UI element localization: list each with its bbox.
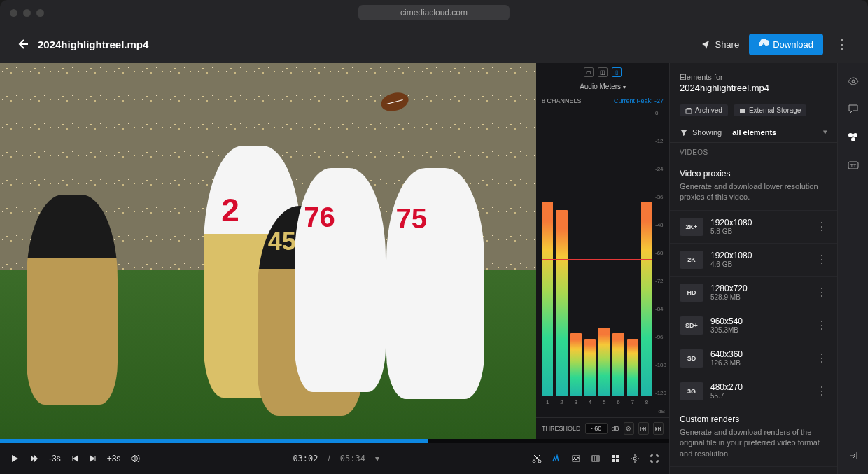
proxy-badge: 2K — [680, 251, 704, 269]
db-unit-small: dB — [612, 425, 620, 432]
proxy-badge: 2K+ — [680, 218, 704, 236]
page-header: 2024highlightreel.mp4 Share Download ⋮ — [0, 25, 868, 63]
proxy-row[interactable]: 2K1920x10804.6 GB⋮ — [670, 243, 837, 276]
collapse-panel-icon[interactable] — [846, 449, 860, 463]
proxy-resolution: 1920x1080 — [710, 251, 809, 260]
proxy-resolution: 1280x720 — [710, 284, 809, 293]
loop-icon[interactable] — [591, 454, 601, 463]
skip-forward-label[interactable]: +3s — [107, 454, 121, 463]
fullscreen-icon[interactable] — [650, 454, 659, 463]
threshold-next-icon[interactable]: ⏭ — [653, 422, 664, 435]
audio-bar-7 — [627, 339, 638, 396]
db-unit: dB — [536, 408, 669, 417]
proxy-badge: 3G — [680, 382, 704, 400]
zoom-window-icon[interactable] — [36, 9, 44, 17]
prev-frame-icon[interactable] — [71, 454, 79, 463]
audio-view-meters-icon[interactable]: ▯ — [612, 67, 622, 77]
proxy-more-icon[interactable]: ⋮ — [816, 220, 827, 233]
svg-rect-8 — [616, 459, 619, 462]
svg-text:TT: TT — [850, 163, 856, 168]
next-frame-icon[interactable] — [89, 454, 97, 463]
chevron-down-icon: ▾ — [623, 84, 626, 90]
videos-section-label: VIDEOS — [670, 143, 837, 162]
snapshot-icon[interactable] — [571, 454, 581, 463]
proxy-row[interactable]: 2K+1920x10805.8 GB⋮ — [670, 210, 837, 243]
tag-archived[interactable]: Archived — [680, 104, 728, 116]
filter-icon — [680, 128, 688, 137]
address-bar[interactable]: cimediacloud.com — [358, 5, 510, 20]
audio-view-waveform-icon[interactable]: ▭ — [584, 67, 594, 77]
fast-forward-icon[interactable] — [29, 454, 39, 463]
proxy-more-icon[interactable]: ⋮ — [816, 384, 827, 398]
elements-for-label: Elements for — [680, 73, 827, 81]
svg-rect-2 — [573, 456, 580, 461]
annotations-icon[interactable] — [552, 454, 561, 463]
proxy-resolution: 1920x1080 — [710, 218, 809, 228]
proxy-row[interactable]: HD1280x720528.9 MB⋮ — [670, 276, 837, 309]
threshold-line — [542, 259, 652, 260]
svg-point-0 — [533, 460, 536, 463]
svg-rect-11 — [740, 109, 746, 111]
proxy-badge: SD — [680, 349, 704, 368]
audio-bar-5 — [598, 328, 610, 396]
audio-bar-1 — [542, 202, 553, 396]
timeline[interactable] — [0, 439, 669, 443]
render-row[interactable]: HQ1080x96012.3MB⋮ — [670, 466, 837, 474]
proxy-more-icon[interactable]: ⋮ — [816, 351, 827, 365]
file-title: 2024highlightreel.mp4 — [38, 39, 148, 50]
audio-view-split-icon[interactable]: ◫ — [598, 67, 608, 77]
download-button[interactable]: Download — [749, 34, 823, 55]
tag-external-storage[interactable]: External Storage — [734, 104, 807, 116]
current-peak: Current Peak: -27 — [614, 97, 664, 104]
proxy-more-icon[interactable]: ⋮ — [816, 286, 827, 299]
settings-icon[interactable] — [630, 454, 640, 463]
elements-file-name: 2024highlightreel.mp4 — [680, 83, 827, 93]
audio-meters-label[interactable]: Audio Meters ▾ — [536, 81, 669, 95]
titlebar: cimediacloud.com — [0, 0, 868, 25]
skip-back-label[interactable]: -3s — [49, 454, 61, 463]
threshold-prev-icon[interactable]: ⏮ — [638, 422, 649, 435]
cut-icon[interactable] — [532, 454, 542, 463]
proxy-size: 5.8 GB — [710, 228, 809, 235]
svg-rect-10 — [686, 109, 692, 113]
time-format-dropdown[interactable]: ▾ — [375, 454, 379, 463]
elements-tab-icon[interactable] — [846, 130, 860, 144]
proxy-resolution: 960x540 — [710, 316, 809, 326]
threshold-label: THRESHOLD — [542, 425, 581, 432]
visibility-icon[interactable] — [846, 74, 860, 88]
audio-bar-6 — [612, 333, 624, 396]
audio-bar-4 — [584, 339, 596, 396]
more-menu-icon[interactable]: ⋮ — [833, 36, 851, 52]
proxy-size: 305.3MB — [710, 326, 809, 334]
proxy-more-icon[interactable]: ⋮ — [816, 319, 827, 332]
video-viewport[interactable] — [0, 63, 536, 439]
proxy-row[interactable]: 3G480x27055.7⋮ — [670, 375, 837, 407]
minimize-window-icon[interactable] — [23, 9, 31, 17]
volume-icon[interactable] — [130, 454, 140, 463]
threshold-input[interactable] — [585, 423, 608, 434]
threshold-row: THRESHOLD dB ⊘ ⏮ ⏭ — [536, 417, 669, 439]
play-icon[interactable] — [10, 454, 20, 463]
db-scale: 0-12-24-36-48-60-72-84-96-108-120 — [655, 107, 666, 399]
proxy-row[interactable]: SD+960x540305.3MB⋮ — [670, 309, 837, 342]
grid-icon[interactable] — [610, 454, 620, 463]
close-window-icon[interactable] — [10, 9, 18, 17]
svg-point-1 — [538, 460, 541, 463]
captions-icon[interactable]: TT — [846, 158, 860, 172]
window-controls[interactable] — [10, 9, 44, 17]
channels-count: 8 CHANNELS — [542, 97, 582, 104]
svg-rect-5 — [612, 455, 615, 458]
back-icon[interactable] — [17, 39, 28, 50]
proxy-more-icon[interactable]: ⋮ — [816, 253, 827, 266]
share-button[interactable]: Share — [701, 39, 739, 50]
audio-bar-3 — [570, 333, 582, 396]
proxy-badge: SD+ — [680, 316, 704, 335]
svg-rect-12 — [740, 111, 746, 113]
comments-icon[interactable] — [846, 102, 860, 116]
proxy-resolution: 480x270 — [710, 382, 809, 392]
svg-point-15 — [853, 133, 858, 137]
elements-filter[interactable]: Showing all elements ▾ — [670, 122, 837, 143]
proxy-row[interactable]: SD640x360126.3 MB⋮ — [670, 342, 837, 375]
current-time: 03:02 — [293, 454, 318, 463]
threshold-mute-icon[interactable]: ⊘ — [624, 422, 634, 435]
